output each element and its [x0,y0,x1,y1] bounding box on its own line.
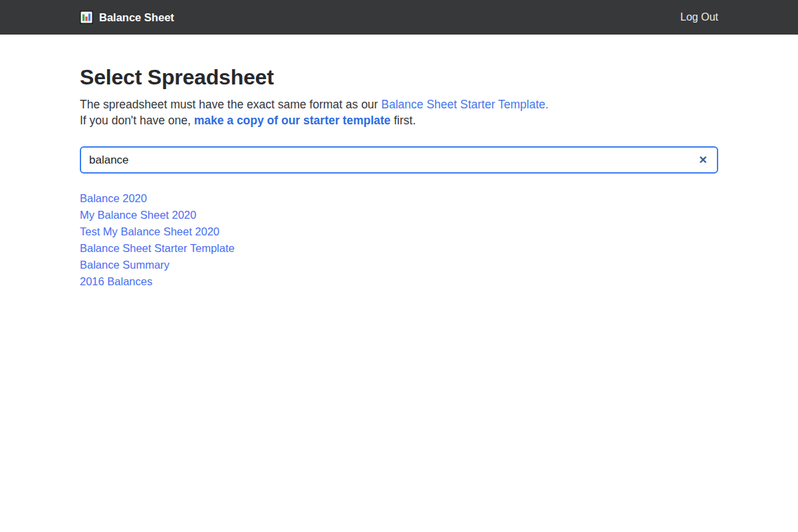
list-item: Balance Summary [80,257,718,273]
list-item: Balance Sheet Starter Template [80,240,718,257]
result-link[interactable]: Balance Summary [80,259,170,271]
list-item: Test My Balance Sheet 2020 [80,223,718,240]
intro-line1-text: The spreadsheet must have the exact same… [80,98,381,111]
list-item: My Balance Sheet 2020 [80,207,718,223]
intro-line2-tail: first. [390,114,416,127]
result-link[interactable]: My Balance Sheet 2020 [80,209,196,221]
search-box: ✕ [80,146,718,174]
page-title: Select Spreadsheet [80,65,718,90]
clear-x-icon: ✕ [699,154,708,166]
starter-template-link[interactable]: Balance Sheet Starter Template. [381,98,549,111]
result-link[interactable]: 2016 Balances [80,275,152,287]
main-content: Select Spreadsheet The spreadsheet must … [80,65,718,290]
brand-label: Balance Sheet [99,11,174,24]
top-navbar: Balance Sheet Log Out [0,0,798,35]
results-list: Balance 2020 My Balance Sheet 2020 Test … [80,190,718,290]
result-link[interactable]: Balance Sheet Starter Template [80,242,235,254]
result-link[interactable]: Balance 2020 [80,192,147,204]
bar-chart-icon [80,11,93,24]
make-copy-link[interactable]: make a copy of our starter template [194,114,391,127]
list-item: Balance 2020 [80,190,718,207]
list-item: 2016 Balances [80,273,718,290]
logout-link[interactable]: Log Out [680,11,718,23]
search-input[interactable] [80,146,718,174]
intro-line2-text: If you don't have one, [80,114,194,127]
result-link[interactable]: Test My Balance Sheet 2020 [80,225,219,237]
brand-link[interactable]: Balance Sheet [80,11,174,24]
clear-search-button[interactable]: ✕ [695,152,712,168]
intro-text: The spreadsheet must have the exact same… [80,96,718,128]
